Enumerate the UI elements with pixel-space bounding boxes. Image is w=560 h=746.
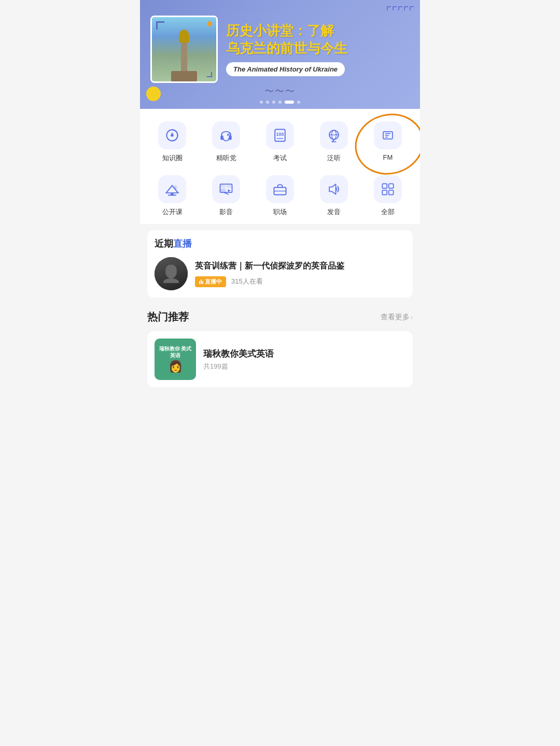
svg-rect-3 bbox=[229, 135, 231, 140]
banner-pagination[interactable] bbox=[260, 101, 300, 104]
fanting-icon-wrap bbox=[320, 121, 348, 149]
banner-wave-icon: 〜〜〜 bbox=[264, 85, 296, 97]
recommend-name: 瑞秋教你美式英语 bbox=[203, 348, 405, 360]
menu-label-fayin: 发音 bbox=[327, 207, 341, 217]
banner-circle-decoration bbox=[146, 87, 161, 101]
menu-item-fayin[interactable]: 发音 bbox=[307, 173, 361, 219]
menu-item-fm[interactable]: FM bbox=[361, 119, 415, 165]
pagination-dot-3[interactable] bbox=[272, 101, 275, 104]
live-name: 英音训练营｜新一代侦探波罗的英音品鉴 bbox=[195, 260, 405, 272]
fm-icon bbox=[380, 127, 396, 144]
menu-item-jingtingdang[interactable]: 精听党 bbox=[199, 119, 253, 165]
gongkaike-icon-wrap: ! bbox=[158, 175, 186, 203]
quanbu-icon-wrap bbox=[374, 175, 402, 203]
banner-subtitle-en: The Animated History of Ukraine bbox=[226, 62, 345, 76]
gongkaike-icon: ! bbox=[164, 181, 180, 198]
live-title-normal: 近期直播 bbox=[155, 237, 192, 250]
svg-rect-13 bbox=[383, 132, 393, 139]
banner-text: 历史小讲堂：了解 乌克兰的前世与今生 The Animated History … bbox=[226, 22, 410, 77]
pagination-dot-2[interactable] bbox=[266, 101, 269, 104]
svg-marker-26 bbox=[228, 189, 231, 192]
live-badge-bars bbox=[199, 279, 203, 284]
svg-rect-2 bbox=[220, 135, 223, 140]
menu-label-jingtingdang: 精听党 bbox=[216, 153, 236, 163]
yingyin-icon-wrap bbox=[212, 175, 240, 203]
svg-rect-32 bbox=[389, 184, 394, 188]
fayin-icon-wrap bbox=[320, 175, 348, 203]
svg-rect-33 bbox=[382, 190, 387, 195]
pagination-dot-5[interactable] bbox=[285, 101, 294, 104]
avatar-face bbox=[155, 257, 188, 290]
fanting-icon bbox=[326, 127, 342, 144]
live-avatar bbox=[155, 257, 188, 290]
menu-item-kaoshi[interactable]: 100 考试 bbox=[253, 119, 307, 165]
zhishiquan-icon bbox=[164, 127, 180, 144]
fm-icon-wrap bbox=[374, 121, 402, 149]
recommend-count: 共199篇 bbox=[203, 362, 405, 371]
banner-content: 历史小讲堂：了解 乌克兰的前世与今生 The Animated History … bbox=[150, 16, 410, 83]
menu-item-fanting[interactable]: 泛听 bbox=[307, 119, 361, 165]
live-card[interactable]: 近期直播 英音训练营｜新一代侦探波罗的英音品鉴 直播中 bbox=[147, 230, 413, 298]
live-title-highlight: 直播 bbox=[173, 238, 192, 249]
menu-label-kaoshi: 考试 bbox=[273, 153, 287, 163]
recommend-thumbnail: 瑞秋教你 美式英语 👩 bbox=[155, 339, 196, 380]
thumbnail-figure: 👩 bbox=[169, 360, 183, 373]
pagination-dot-6[interactable] bbox=[297, 101, 300, 104]
thumbnail-text: 瑞秋教你 美式英语 bbox=[158, 345, 193, 359]
zhichang-icon bbox=[272, 181, 288, 198]
menu-item-yingyin[interactable]: 影音 bbox=[199, 173, 253, 219]
menu-item-gongkaike[interactable]: ! 公开课 bbox=[145, 173, 199, 219]
menu-label-zhishiquan: 知识圈 bbox=[162, 153, 183, 163]
menu-label-zhichang: 职场 bbox=[273, 207, 287, 217]
jingtingdang-icon bbox=[218, 127, 234, 144]
banner-title-cn: 历史小讲堂：了解 乌克兰的前世与今生 bbox=[226, 22, 410, 58]
quanbu-icon bbox=[380, 181, 396, 198]
live-meta: 直播中 315人在看 bbox=[195, 276, 405, 287]
menu-label-gongkaike: 公开课 bbox=[162, 207, 183, 217]
menu-label-quanbu: 全部 bbox=[381, 207, 395, 217]
pagination-dot-1[interactable] bbox=[260, 101, 263, 104]
svg-rect-31 bbox=[382, 184, 387, 188]
jingtingdang-icon-wrap bbox=[212, 121, 240, 149]
live-item[interactable]: 英音训练营｜新一代侦探波罗的英音品鉴 直播中 315人在看 bbox=[155, 257, 405, 290]
fayin-icon bbox=[326, 181, 342, 198]
recommend-more-link[interactable]: 查看更多 › bbox=[381, 313, 413, 322]
svg-rect-22 bbox=[220, 184, 226, 188]
yingyin-icon bbox=[218, 181, 234, 198]
menu-item-zhichang[interactable]: 职场 bbox=[253, 173, 307, 219]
menu-label-fm: FM bbox=[383, 153, 393, 161]
menu-label-fanting: 泛听 bbox=[327, 153, 341, 163]
live-info: 英音训练营｜新一代侦探波罗的英音品鉴 直播中 315人在看 bbox=[195, 260, 405, 287]
menu-section: 知识圈 精听党 100 bbox=[140, 109, 420, 224]
recommend-more-label: 查看更多 bbox=[381, 313, 410, 322]
recommend-header: 热门推荐 查看更多 › bbox=[147, 310, 413, 324]
menu-label-yingyin: 影音 bbox=[219, 207, 233, 217]
recommend-title: 热门推荐 bbox=[147, 310, 189, 324]
chevron-right-icon: › bbox=[411, 314, 413, 321]
menu-item-quanbu[interactable]: 全部 bbox=[361, 173, 415, 219]
pagination-dot-4[interactable] bbox=[278, 101, 282, 104]
recommend-section: 热门推荐 查看更多 › 瑞秋教你 美式英语 👩 瑞秋教你美式英语 共199篇 bbox=[140, 304, 420, 395]
recommend-item[interactable]: 瑞秋教你 美式英语 👩 瑞秋教你美式英语 共199篇 bbox=[147, 331, 413, 387]
svg-text:100: 100 bbox=[276, 132, 284, 137]
banner[interactable]: 历史小讲堂：了解 乌克兰的前世与今生 The Animated History … bbox=[140, 0, 420, 109]
zhishiquan-icon-wrap bbox=[158, 121, 186, 149]
menu-grid: 知识圈 精听党 100 bbox=[145, 119, 415, 219]
recommend-info: 瑞秋教你美式英语 共199篇 bbox=[203, 348, 405, 371]
svg-rect-34 bbox=[389, 190, 394, 195]
live-viewers: 315人在看 bbox=[231, 277, 263, 286]
kaoshi-icon: 100 bbox=[272, 127, 288, 144]
banner-decoration-arrows bbox=[387, 6, 414, 10]
live-badge-label: 直播中 bbox=[205, 278, 222, 286]
kaoshi-icon-wrap: 100 bbox=[266, 121, 294, 149]
svg-rect-23 bbox=[227, 184, 232, 188]
banner-image bbox=[150, 16, 218, 83]
menu-item-zhishiquan[interactable]: 知识圈 bbox=[145, 119, 199, 165]
zhichang-icon-wrap bbox=[266, 175, 294, 203]
live-badge: 直播中 bbox=[195, 276, 226, 287]
live-section: 近期直播 英音训练营｜新一代侦探波罗的英音品鉴 直播中 bbox=[140, 224, 420, 304]
live-header: 近期直播 bbox=[155, 237, 405, 250]
svg-rect-24 bbox=[220, 189, 226, 192]
svg-marker-30 bbox=[329, 184, 335, 194]
